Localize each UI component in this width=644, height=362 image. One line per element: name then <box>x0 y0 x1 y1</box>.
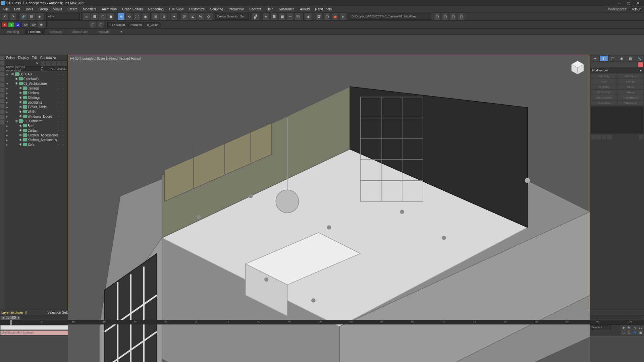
ribbon-tab-freeform[interactable]: Freeform <box>24 29 45 34</box>
cmd-tab-motion[interactable]: ◉ <box>618 56 626 61</box>
render-frame-button[interactable]: ▢ <box>323 13 331 20</box>
explorer-tab-display[interactable]: Display <box>18 56 29 60</box>
renderable-icon[interactable]: · <box>63 143 67 146</box>
object-color-swatch[interactable] <box>638 62 643 67</box>
explorer-tab-edit[interactable]: Edit <box>32 56 38 60</box>
ribbon-tab-modeling[interactable]: Modeling <box>3 29 23 34</box>
menu-help[interactable]: Help <box>264 7 276 12</box>
visibility-icon[interactable]: 👁 <box>19 101 23 104</box>
time-prev-button[interactable]: ◂ <box>1 316 5 320</box>
visibility-icon[interactable]: 👁 <box>19 124 23 128</box>
custom-button-2[interactable]: ▢ <box>97 21 104 28</box>
ref-coord-button[interactable]: ⊞ <box>152 13 159 20</box>
freeze-icon[interactable]: · <box>58 138 63 142</box>
tree-toggle-icon[interactable]: ▸ <box>5 105 9 109</box>
viewport[interactable]: [+] [Orthographic] [User Defined] [Edged… <box>68 55 590 310</box>
time-next-button[interactable]: ▸ <box>17 316 20 320</box>
layer-manager-button[interactable]: ☰ <box>270 13 278 20</box>
modifier-quick-button[interactable]: Chamfer/Sm <box>618 95 643 100</box>
bind-space-warp-button[interactable]: ◈ <box>36 13 43 20</box>
strip-btn-1[interactable] <box>0 56 4 60</box>
visibility-icon[interactable]: 👁 <box>19 115 23 118</box>
tree-toggle-icon[interactable]: ▸ <box>5 110 9 114</box>
modifier-quick-button[interactable]: TurboSmooth <box>591 95 617 100</box>
stack-pin-button[interactable] <box>591 135 596 139</box>
nav-min-max-button[interactable]: ▦ <box>638 330 643 335</box>
select-by-name-button[interactable]: ☰ <box>91 13 98 20</box>
strip-btn-7[interactable] <box>0 88 4 92</box>
visibility-icon[interactable]: 👁 <box>19 96 23 100</box>
selection-filter-dropdown[interactable]: All ▾ <box>46 13 80 20</box>
renderable-icon[interactable]: · <box>63 110 67 114</box>
ribbon-tab-selection[interactable]: Selection <box>46 29 66 34</box>
renderable-icon[interactable]: · <box>63 119 67 123</box>
use-pivot-button[interactable]: ⊙ <box>160 13 167 20</box>
tree-row[interactable]: ▸👁Kitchen_Accessories·· <box>5 133 67 137</box>
strip-btn-13[interactable] <box>0 120 4 124</box>
explorer-tool-1[interactable] <box>41 61 45 66</box>
tree-toggle-icon[interactable]: ▸ <box>5 101 9 104</box>
rectangular-selection-button[interactable]: ▢ <box>99 13 106 20</box>
renderable-icon[interactable]: · <box>63 82 67 85</box>
visibility-icon[interactable]: 👁 <box>19 143 23 146</box>
proj-btn-2[interactable]: ▢ <box>441 13 449 20</box>
ribbon-expand-icon[interactable]: ▾ <box>120 30 122 34</box>
strip-btn-9[interactable] <box>0 99 4 103</box>
tree-row[interactable]: ▸👁Bed·· <box>5 123 67 128</box>
toggle-ribbon-button[interactable]: ▦ <box>278 13 286 20</box>
stack-configure-button[interactable] <box>639 135 643 139</box>
tree-row[interactable]: ▸👁Ceilings·· <box>5 86 67 90</box>
menu-rendering[interactable]: Rendering <box>146 7 166 12</box>
angle-snap-button[interactable]: ∠ <box>189 13 196 20</box>
axis-x-button[interactable]: X <box>1 22 7 27</box>
strip-btn-8[interactable] <box>0 94 4 98</box>
select-scale-button[interactable]: ⛶ <box>133 13 141 20</box>
tree-toggle-icon[interactable]: ▾ <box>5 119 9 123</box>
nav-orbit-button[interactable]: ⟲ <box>632 325 638 330</box>
tree-row[interactable]: ▸👁Spotlights·· <box>5 100 67 105</box>
menu-graph-editors[interactable]: Graph Editors <box>119 7 146 12</box>
schematic-view-button[interactable]: ⿻ <box>294 13 302 20</box>
renderable-icon[interactable]: · <box>63 115 67 118</box>
cmd-tab-display[interactable]: ▤ <box>626 56 634 61</box>
nav-walk-button[interactable]: 👣 <box>632 330 638 335</box>
axis-option-button[interactable]: ⊕ <box>38 21 45 28</box>
menu-civil-view[interactable]: Civil View <box>166 7 186 12</box>
layer-explorer-lock-icon[interactable]: ▯ <box>25 311 27 314</box>
freeze-icon[interactable]: · <box>58 119 63 123</box>
visibility-icon[interactable]: 👁 <box>15 77 19 81</box>
renderable-icon[interactable]: · <box>63 138 67 142</box>
spinner-snap-button[interactable]: ⟳ <box>205 13 212 20</box>
renderable-icon[interactable]: · <box>63 105 67 109</box>
menu-create[interactable]: Create <box>65 7 80 12</box>
modifier-quick-button[interactable]: Mirror <box>618 84 643 89</box>
freeze-icon[interactable]: · <box>58 86 63 90</box>
stack-make-unique-button[interactable] <box>602 135 606 139</box>
menu-edit[interactable]: Edit <box>11 7 22 12</box>
axis-xy2-button[interactable]: XY <box>30 22 37 27</box>
minimize-button[interactable]: ─ <box>614 0 624 6</box>
viewcube[interactable] <box>569 59 586 75</box>
nav-pan-button[interactable]: ✥ <box>621 325 626 330</box>
nav-max-button[interactable]: ⛶ <box>638 325 643 330</box>
freeze-icon[interactable]: · <box>58 105 63 109</box>
snap-toggle-button[interactable]: 3ᵈ <box>181 13 188 20</box>
tree-toggle-icon[interactable]: ▸ <box>5 96 9 100</box>
freeze-icon[interactable]: · <box>58 91 63 95</box>
project-path[interactable]: D:\Dropbox\PROJECTS\C\Classes\01_MaxFile… <box>350 13 430 20</box>
link-button[interactable]: 🔗 <box>20 13 27 20</box>
tree-toggle-icon[interactable]: ▸ <box>5 129 9 132</box>
tree-row[interactable]: ▸👁Sofa·· <box>5 142 67 147</box>
menu-scripting[interactable]: Scripting <box>207 7 226 12</box>
proj-btn-3[interactable]: ▢ <box>449 13 457 20</box>
cmd-tab-create[interactable]: + <box>591 56 599 61</box>
modifier-quick-button[interactable]: VRayLight <box>618 101 643 105</box>
menu-arnold[interactable]: Arnold <box>297 7 312 12</box>
visibility-icon[interactable]: 👁 <box>19 133 23 137</box>
column-display[interactable]: Displa... <box>56 67 67 70</box>
strip-btn-2[interactable] <box>0 61 4 65</box>
render-last-button[interactable]: ▸ <box>339 13 347 20</box>
modifier-quick-button[interactable]: Symmetry <box>591 84 617 89</box>
tree-toggle-icon[interactable]: ▸ <box>5 124 9 128</box>
tree-toggle-icon[interactable]: ▸ <box>5 138 9 142</box>
